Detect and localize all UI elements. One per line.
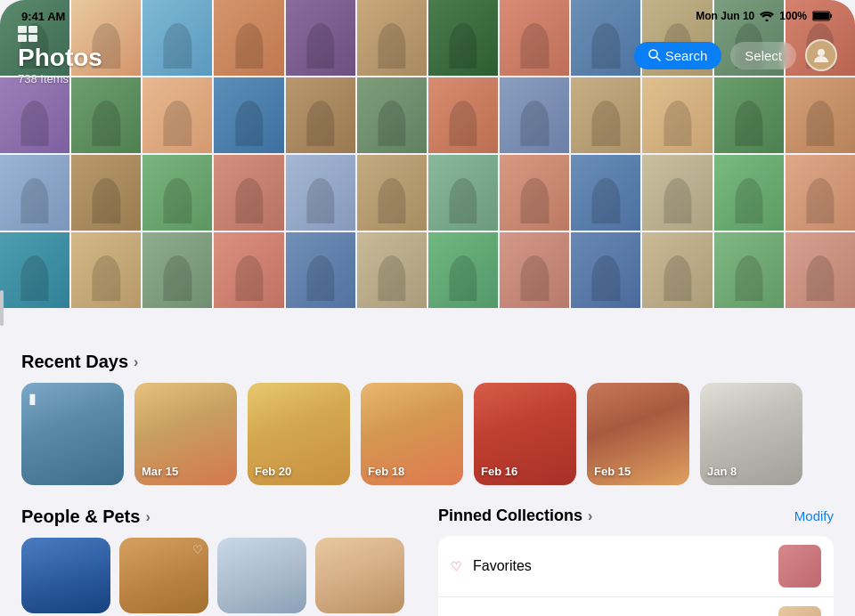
photo-cell[interactable] [357,77,427,153]
photo-cell[interactable] [714,77,784,153]
photo-cell[interactable] [142,155,212,231]
day-card-feb18[interactable]: Feb 18 [361,383,463,485]
search-label: Search [665,48,708,63]
person-card[interactable]: ♡ [119,538,208,613]
pinned-collections-title[interactable]: Pinned Collections › [438,507,592,525]
people-pets-col: People & Pets › ♡ [0,503,428,616]
recent-days-title[interactable]: Recent Days › [21,352,138,372]
top-bar-actions: Search Select [634,39,837,71]
photo-cell[interactable] [71,77,141,153]
favorites-icon: ♡ [451,559,462,573]
recent-days-label: Recent Days [21,352,128,372]
status-time: 9:41 AM [21,10,65,23]
day-card-extra[interactable] [813,383,855,485]
photo-cell[interactable] [500,155,569,231]
person-card[interactable] [217,538,306,613]
day-card-feb16[interactable]: Feb 16 [474,383,576,485]
photo-cell[interactable] [142,232,212,308]
photo-cell[interactable] [286,232,355,308]
pinned-collections-header: Pinned Collections › Modify [438,503,834,536]
photo-cell[interactable] [0,155,69,231]
day-label-feb15: Feb 15 [594,465,631,478]
photo-cell[interactable] [428,77,498,153]
day-card-feb15[interactable]: Feb 15 [587,383,689,485]
photo-cell[interactable] [500,77,569,153]
battery-icon [812,11,834,21]
grid-view-icon[interactable] [18,26,37,42]
photo-cell[interactable] [571,155,640,231]
search-button[interactable]: Search [634,42,722,69]
photo-cell[interactable] [71,232,141,308]
photo-cell[interactable] [71,155,141,231]
photo-cell[interactable] [428,232,498,308]
select-button[interactable]: Select [730,42,796,69]
day-card-mar15[interactable]: Mar 15 [134,383,237,485]
wifi-icon [760,11,774,21]
people-pets-title[interactable]: People & Pets › [21,507,151,527]
photo-cell[interactable] [214,232,283,308]
date-display: Mon Jun 10 [696,10,754,22]
day-card-jan8[interactable]: Jan 8 [700,383,802,485]
recent-days-chevron: › [134,354,138,370]
photo-cell[interactable] [214,77,283,153]
photo-cell[interactable] [571,232,640,308]
status-bar: 9:41 AM Mon Jun 10 100% [0,0,855,32]
collection-item-favorites[interactable]: ♡ Favorites [438,536,834,597]
photo-cell[interactable] [714,155,784,231]
recently-saved-thumbnail [778,606,821,616]
svg-rect-4 [18,26,27,33]
svg-rect-2 [830,14,832,18]
photo-cell[interactable] [286,77,355,153]
day-label-feb18: Feb 18 [368,465,404,478]
pinned-chevron: › [588,508,592,524]
pinned-collections-list: ♡ Favorites ● Recently Saved [438,536,834,616]
person-card[interactable] [315,538,404,613]
people-pets-header: People & Pets › [21,503,417,538]
photo-cell[interactable] [786,232,855,308]
photo-cell[interactable] [571,77,640,153]
heart-icon: ♡ [192,543,203,556]
photo-cell[interactable] [214,155,283,231]
bookmark-icon: ▮ [28,390,37,407]
day-card-current[interactable]: ▮ [21,383,124,485]
people-pets-chevron: › [145,509,150,525]
side-indicator [0,290,4,326]
photo-cell[interactable] [357,232,427,308]
pinned-label: Pinned Collections [438,507,582,525]
photo-cell[interactable] [286,155,355,231]
battery-display: 100% [779,10,807,22]
photo-cell[interactable] [142,77,212,153]
svg-rect-6 [18,35,27,42]
pinned-collections-col: Pinned Collections › Modify ♡ Favorites … [428,503,855,616]
photo-cell[interactable] [428,155,498,231]
recent-days-row: ▮ Mar 15 Feb 20 Feb 18 Feb 16 Feb 15 Jan… [0,383,855,503]
svg-point-0 [766,20,769,22]
svg-rect-3 [813,12,829,20]
top-bar-left: Photos 738 Items [18,26,102,85]
photo-cell[interactable] [642,155,712,231]
person-card[interactable] [21,538,110,613]
modify-button[interactable]: Modify [794,508,834,523]
user-avatar[interactable] [805,39,837,71]
favorites-label: Favorites [473,558,768,574]
svg-rect-5 [28,26,37,33]
photo-cell[interactable] [500,232,569,308]
svg-rect-7 [28,35,37,42]
photo-cell[interactable] [786,155,855,231]
favorites-thumbnail [778,545,821,588]
svg-line-9 [656,57,660,61]
photo-cell[interactable] [357,155,427,231]
photo-cell[interactable] [786,77,855,153]
photo-cell[interactable] [0,232,69,308]
search-icon [648,49,661,61]
photo-cell[interactable] [642,77,712,153]
photo-cell[interactable] [714,232,784,308]
item-count: 738 Items [18,72,102,85]
page-title: Photos [18,44,102,72]
collection-item-recently-saved[interactable]: ● Recently Saved [438,597,834,616]
scroll-area[interactable]: Recent Days › ▮ Mar 15 Feb 20 Feb 18 Feb… [0,334,855,616]
day-card-feb20[interactable]: Feb 20 [248,383,350,485]
photo-cell[interactable] [642,232,712,308]
top-bar: Photos 738 Items Search Select [0,32,855,78]
photo-cell[interactable] [0,77,69,153]
